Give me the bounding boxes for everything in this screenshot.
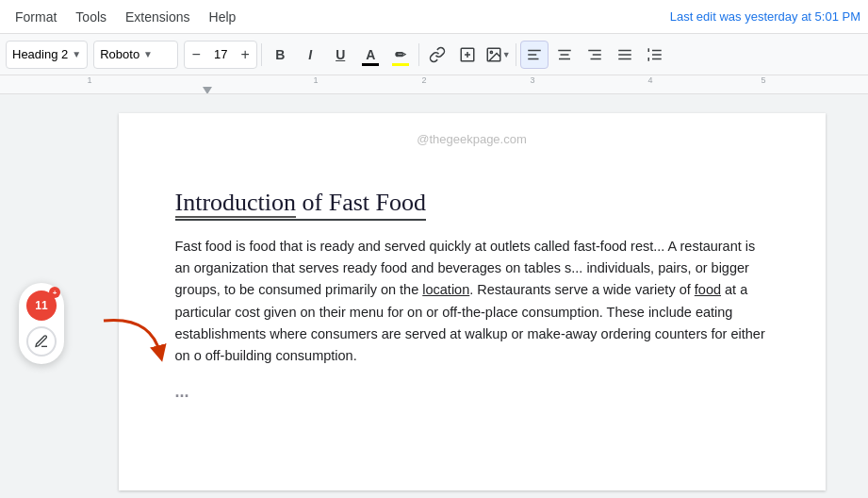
align-right-icon xyxy=(586,46,603,63)
toolbar-divider-1 xyxy=(261,43,262,66)
ruler-mark-6: 5 xyxy=(761,75,765,85)
line-spacing-icon xyxy=(647,46,663,63)
menu-bar: Format Tools Extensions Help Last edit w… xyxy=(0,0,868,34)
menu-tools[interactable]: Tools xyxy=(68,6,114,28)
ruler-mark-1: 1 xyxy=(87,75,91,85)
document-heading[interactable]: Introduction of Fast Food xyxy=(175,189,427,221)
watermark: @thegeekpage.com xyxy=(417,132,527,146)
highlight-icon: ✏ xyxy=(395,47,406,62)
page-area: 11 + @thegeekpage.com Introduction xyxy=(0,94,868,498)
location-link[interactable]: location xyxy=(422,282,469,297)
menu-format[interactable]: Format xyxy=(8,6,64,28)
notification-plus-icon: + xyxy=(49,287,60,298)
body-paragraph: Fast food is food that is ready and serv… xyxy=(175,236,769,367)
align-center-icon xyxy=(556,46,573,63)
font-size-input[interactable] xyxy=(207,47,234,61)
image-button[interactable]: ▼ xyxy=(483,41,512,69)
toolbar-divider-2 xyxy=(418,43,419,66)
align-left-icon xyxy=(526,46,543,63)
ruler-mark-4: 3 xyxy=(530,75,534,85)
food-link[interactable]: food xyxy=(695,282,721,297)
align-justify-icon xyxy=(616,46,633,63)
toolbar: Heading 2 ▼ Roboto ▼ − + B I U A ✏ xyxy=(0,34,868,75)
link-button[interactable] xyxy=(423,41,451,69)
align-left-button[interactable] xyxy=(520,41,549,69)
highlight-indicator xyxy=(392,63,409,66)
document-page[interactable]: @thegeekpage.com Introduction of Fast Fo… xyxy=(119,113,826,490)
font-chevron-icon: ▼ xyxy=(143,49,153,59)
notification-count: 11 xyxy=(35,299,47,312)
font-size-increase-button[interactable]: + xyxy=(234,41,256,69)
red-arrow-annotation xyxy=(94,311,170,372)
insert-icon xyxy=(459,46,476,63)
pencil-icon xyxy=(34,334,49,349)
italic-button[interactable]: I xyxy=(296,41,324,69)
align-right-button[interactable] xyxy=(581,41,609,69)
text-color-indicator xyxy=(362,63,379,66)
underline-button[interactable]: U xyxy=(326,41,354,69)
text-color-letter: A xyxy=(366,47,375,62)
ruler-mark-3: 2 xyxy=(421,75,426,85)
heading-introduction: Introduction xyxy=(175,189,297,218)
ruler-mark-2: 1 xyxy=(313,75,318,85)
font-name-label: Roboto xyxy=(100,47,139,61)
ruler-mark-5: 4 xyxy=(647,75,652,85)
svg-point-4 xyxy=(490,51,492,53)
heading-rest: of Fast Food xyxy=(303,189,426,216)
document-body[interactable]: Fast food is food that is ready and serv… xyxy=(175,236,769,367)
menu-help[interactable]: Help xyxy=(202,6,244,28)
heading-chevron-icon: ▼ xyxy=(72,49,81,59)
notification-badge[interactable]: 11 + xyxy=(26,290,57,321)
heading-style-select[interactable]: Heading 2 ▼ xyxy=(6,41,88,69)
text-color-button[interactable]: A xyxy=(356,41,385,69)
heading-style-label: Heading 2 xyxy=(12,47,68,61)
align-justify-button[interactable] xyxy=(611,41,639,69)
last-edit-text: Last edit was yesterday at 5:01 PM xyxy=(670,9,860,24)
font-size-control: − + xyxy=(184,41,257,69)
edit-mode-button[interactable] xyxy=(26,326,57,357)
ruler: 1 1 2 3 4 5 xyxy=(0,75,868,94)
align-center-button[interactable] xyxy=(550,41,579,69)
toolbar-divider-3 xyxy=(516,43,516,66)
ruler-content: 1 1 2 3 4 5 xyxy=(0,75,868,94)
image-chevron-icon: ▼ xyxy=(502,50,511,59)
font-size-decrease-button[interactable]: − xyxy=(185,41,207,69)
highlight-button[interactable]: ✏ xyxy=(386,41,415,69)
bold-button[interactable]: B xyxy=(266,41,294,69)
image-icon xyxy=(485,46,502,63)
font-name-select[interactable]: Roboto ▼ xyxy=(93,41,178,69)
ruler-indent-marker[interactable] xyxy=(203,87,212,94)
menu-extensions[interactable]: Extensions xyxy=(118,6,197,28)
line-spacing-button[interactable] xyxy=(641,41,669,69)
link-icon xyxy=(429,46,446,63)
insert-button[interactable] xyxy=(453,41,482,69)
floating-sidebar: 11 + xyxy=(19,283,64,364)
next-section-hint: ... xyxy=(175,382,769,402)
